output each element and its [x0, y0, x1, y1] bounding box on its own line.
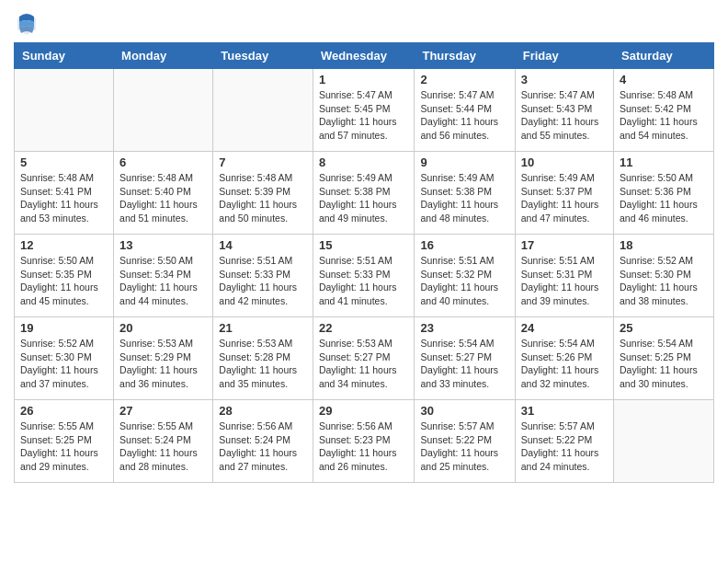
day-info: Sunrise: 5:55 AMSunset: 5:24 PMDaylight:…: [119, 419, 207, 474]
day-info: Sunrise: 5:54 AMSunset: 5:25 PMDaylight:…: [620, 337, 708, 391]
day-number: 21: [219, 321, 307, 335]
day-number: 15: [319, 238, 409, 252]
calendar-cell: 2Sunrise: 5:47 AMSunset: 5:44 PMDaylight…: [415, 69, 515, 152]
day-number: 19: [20, 321, 108, 335]
day-number: 11: [620, 155, 708, 169]
day-info: Sunrise: 5:51 AMSunset: 5:31 PMDaylight:…: [521, 254, 608, 308]
calendar-cell: 21Sunrise: 5:53 AMSunset: 5:28 PMDayligh…: [213, 317, 313, 400]
weekday-header: Sunday: [15, 43, 114, 69]
day-number: 14: [219, 238, 307, 252]
day-number: 30: [420, 404, 508, 418]
calendar-cell: 5Sunrise: 5:48 AMSunset: 5:41 PMDaylight…: [15, 152, 114, 235]
calendar-cell: 24Sunrise: 5:54 AMSunset: 5:26 PMDayligh…: [515, 317, 613, 400]
day-number: 4: [620, 73, 708, 86]
calendar-cell: [114, 69, 213, 152]
calendar-cell: 10Sunrise: 5:49 AMSunset: 5:37 PMDayligh…: [515, 152, 613, 235]
calendar: SundayMondayTuesdayWednesdayThursdayFrid…: [14, 42, 714, 483]
header: [14, 9, 714, 35]
day-info: Sunrise: 5:52 AMSunset: 5:30 PMDaylight:…: [20, 337, 108, 391]
week-row: 5Sunrise: 5:48 AMSunset: 5:41 PMDaylight…: [15, 152, 714, 235]
day-number: 27: [119, 404, 207, 418]
day-info: Sunrise: 5:48 AMSunset: 5:39 PMDaylight:…: [219, 171, 307, 225]
logo: [14, 9, 43, 35]
page: SundayMondayTuesdayWednesdayThursdayFrid…: [0, 0, 728, 563]
calendar-cell: 9Sunrise: 5:49 AMSunset: 5:38 PMDaylight…: [415, 152, 515, 235]
logo-icon: [14, 9, 40, 35]
weekday-header: Wednesday: [313, 43, 415, 69]
calendar-cell: [614, 400, 714, 483]
calendar-cell: 6Sunrise: 5:48 AMSunset: 5:40 PMDaylight…: [114, 152, 213, 235]
calendar-cell: 29Sunrise: 5:56 AMSunset: 5:23 PMDayligh…: [313, 400, 415, 483]
calendar-cell: 8Sunrise: 5:49 AMSunset: 5:38 PMDaylight…: [313, 152, 415, 235]
weekday-header: Friday: [515, 43, 613, 69]
calendar-cell: 1Sunrise: 5:47 AMSunset: 5:45 PMDaylight…: [313, 69, 415, 152]
day-number: 7: [219, 155, 307, 169]
day-info: Sunrise: 5:48 AMSunset: 5:42 PMDaylight:…: [620, 88, 708, 143]
day-info: Sunrise: 5:48 AMSunset: 5:41 PMDaylight:…: [20, 171, 108, 225]
day-info: Sunrise: 5:57 AMSunset: 5:22 PMDaylight:…: [420, 419, 508, 474]
calendar-cell: 14Sunrise: 5:51 AMSunset: 5:33 PMDayligh…: [213, 235, 313, 317]
day-info: Sunrise: 5:54 AMSunset: 5:27 PMDaylight:…: [420, 337, 508, 391]
calendar-cell: 19Sunrise: 5:52 AMSunset: 5:30 PMDayligh…: [15, 317, 114, 400]
calendar-cell: 25Sunrise: 5:54 AMSunset: 5:25 PMDayligh…: [614, 317, 714, 400]
calendar-cell: 15Sunrise: 5:51 AMSunset: 5:33 PMDayligh…: [313, 235, 415, 317]
day-info: Sunrise: 5:52 AMSunset: 5:30 PMDaylight:…: [620, 254, 708, 308]
day-number: 16: [420, 238, 508, 252]
day-number: 20: [119, 321, 207, 335]
day-number: 24: [521, 321, 608, 335]
day-number: 3: [521, 73, 608, 86]
day-info: Sunrise: 5:47 AMSunset: 5:43 PMDaylight:…: [521, 88, 608, 143]
weekday-header: Tuesday: [213, 43, 313, 69]
day-number: 22: [319, 321, 409, 335]
day-info: Sunrise: 5:56 AMSunset: 5:24 PMDaylight:…: [219, 419, 307, 474]
day-number: 28: [219, 404, 307, 418]
day-info: Sunrise: 5:53 AMSunset: 5:29 PMDaylight:…: [119, 337, 207, 391]
calendar-cell: 11Sunrise: 5:50 AMSunset: 5:36 PMDayligh…: [614, 152, 714, 235]
weekday-header: Monday: [114, 43, 213, 69]
day-number: 8: [319, 155, 409, 169]
day-number: 26: [20, 404, 108, 418]
calendar-cell: 30Sunrise: 5:57 AMSunset: 5:22 PMDayligh…: [415, 400, 515, 483]
day-number: 25: [620, 321, 708, 335]
day-number: 5: [20, 155, 108, 169]
weekday-header-row: SundayMondayTuesdayWednesdayThursdayFrid…: [15, 43, 714, 69]
weekday-header: Thursday: [415, 43, 515, 69]
day-number: 2: [420, 73, 508, 86]
day-info: Sunrise: 5:49 AMSunset: 5:38 PMDaylight:…: [420, 171, 508, 225]
calendar-cell: 7Sunrise: 5:48 AMSunset: 5:39 PMDaylight…: [213, 152, 313, 235]
calendar-cell: 3Sunrise: 5:47 AMSunset: 5:43 PMDaylight…: [515, 69, 613, 152]
day-info: Sunrise: 5:48 AMSunset: 5:40 PMDaylight:…: [119, 171, 207, 225]
calendar-cell: 22Sunrise: 5:53 AMSunset: 5:27 PMDayligh…: [313, 317, 415, 400]
day-number: 10: [521, 155, 608, 169]
day-number: 12: [20, 238, 108, 252]
day-info: Sunrise: 5:51 AMSunset: 5:33 PMDaylight:…: [319, 254, 409, 308]
day-number: 18: [620, 238, 708, 252]
day-info: Sunrise: 5:50 AMSunset: 5:36 PMDaylight:…: [620, 171, 708, 225]
week-row: 1Sunrise: 5:47 AMSunset: 5:45 PMDaylight…: [15, 69, 714, 152]
calendar-cell: 4Sunrise: 5:48 AMSunset: 5:42 PMDaylight…: [614, 69, 714, 152]
calendar-cell: 27Sunrise: 5:55 AMSunset: 5:24 PMDayligh…: [114, 400, 213, 483]
day-info: Sunrise: 5:51 AMSunset: 5:33 PMDaylight:…: [219, 254, 307, 308]
calendar-cell: 18Sunrise: 5:52 AMSunset: 5:30 PMDayligh…: [614, 235, 714, 317]
day-number: 9: [420, 155, 508, 169]
calendar-cell: 26Sunrise: 5:55 AMSunset: 5:25 PMDayligh…: [15, 400, 114, 483]
week-row: 12Sunrise: 5:50 AMSunset: 5:35 PMDayligh…: [15, 235, 714, 317]
day-number: 13: [119, 238, 207, 252]
calendar-cell: 31Sunrise: 5:57 AMSunset: 5:22 PMDayligh…: [515, 400, 613, 483]
day-info: Sunrise: 5:56 AMSunset: 5:23 PMDaylight:…: [319, 419, 409, 474]
day-number: 6: [119, 155, 207, 169]
day-info: Sunrise: 5:57 AMSunset: 5:22 PMDaylight:…: [521, 419, 608, 474]
calendar-cell: 20Sunrise: 5:53 AMSunset: 5:29 PMDayligh…: [114, 317, 213, 400]
weekday-header: Saturday: [614, 43, 714, 69]
day-number: 31: [521, 404, 608, 418]
calendar-cell: 13Sunrise: 5:50 AMSunset: 5:34 PMDayligh…: [114, 235, 213, 317]
day-info: Sunrise: 5:49 AMSunset: 5:37 PMDaylight:…: [521, 171, 608, 225]
day-info: Sunrise: 5:47 AMSunset: 5:45 PMDaylight:…: [319, 88, 409, 143]
day-info: Sunrise: 5:53 AMSunset: 5:28 PMDaylight:…: [219, 337, 307, 391]
week-row: 26Sunrise: 5:55 AMSunset: 5:25 PMDayligh…: [15, 400, 714, 483]
week-row: 19Sunrise: 5:52 AMSunset: 5:30 PMDayligh…: [15, 317, 714, 400]
day-number: 17: [521, 238, 608, 252]
day-info: Sunrise: 5:49 AMSunset: 5:38 PMDaylight:…: [319, 171, 409, 225]
day-info: Sunrise: 5:53 AMSunset: 5:27 PMDaylight:…: [319, 337, 409, 391]
calendar-cell: [15, 69, 114, 152]
